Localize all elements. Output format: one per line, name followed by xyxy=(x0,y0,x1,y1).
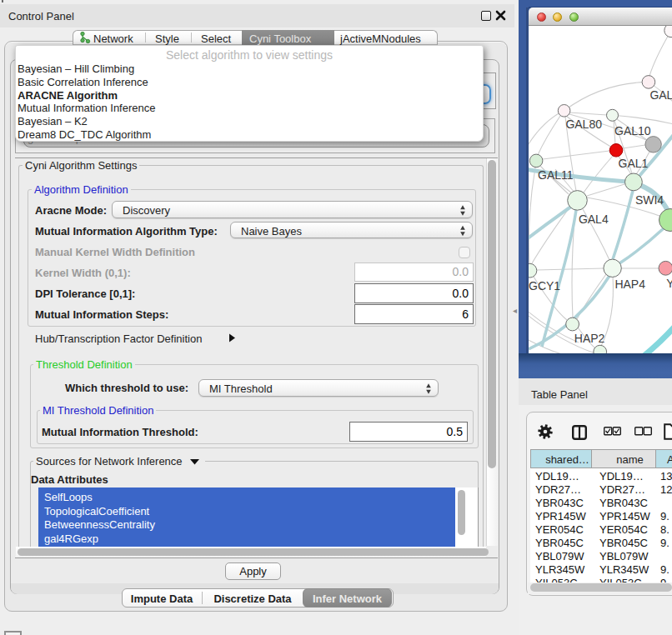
svg-text:GAL11: GAL11 xyxy=(538,168,574,182)
svg-text:Y: Y xyxy=(666,277,672,290)
svg-text:GAL1: GAL1 xyxy=(619,157,649,170)
svg-text:SWI4: SWI4 xyxy=(635,193,664,207)
svg-text:GAL4: GAL4 xyxy=(579,212,609,226)
svg-text:HAP2: HAP2 xyxy=(574,332,605,345)
svg-text:GCY1: GCY1 xyxy=(529,279,560,292)
svg-text:GAL10: GAL10 xyxy=(614,124,651,138)
svg-text:GAL80: GAL80 xyxy=(565,118,602,131)
svg-text:GAL: GAL xyxy=(649,88,672,102)
svg-text:HAP4: HAP4 xyxy=(614,278,645,291)
